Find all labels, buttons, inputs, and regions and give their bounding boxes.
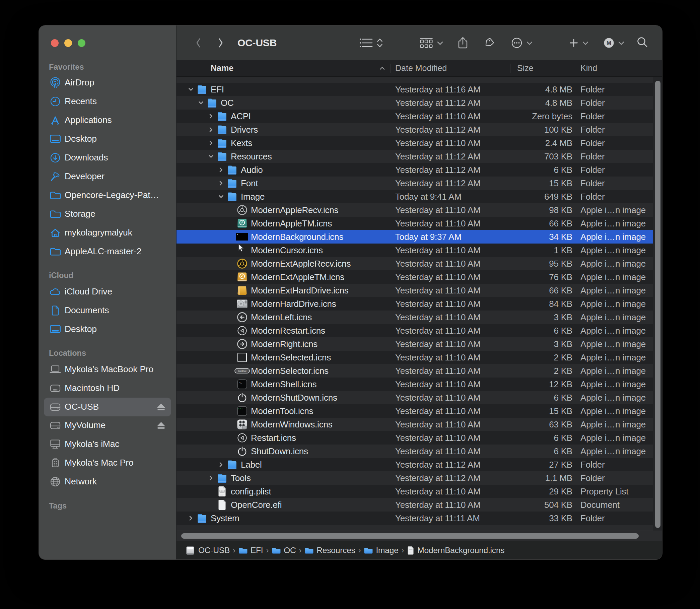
svg-text:EXEC: EXEC <box>239 408 243 410</box>
svg-text:Continue: Continue <box>238 370 246 372</box>
svg-text:M: M <box>607 40 611 46</box>
svg-text:>_: >_ <box>239 381 242 384</box>
